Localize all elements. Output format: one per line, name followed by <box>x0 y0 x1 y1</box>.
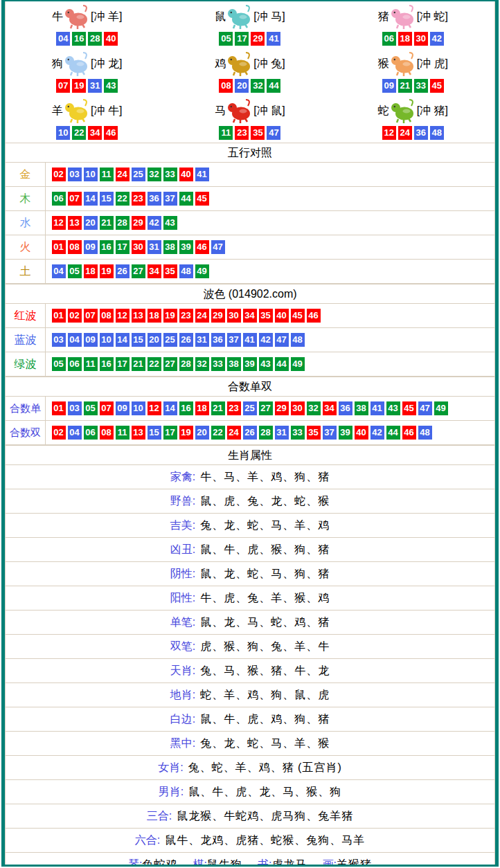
number-ball: 23 <box>235 126 249 140</box>
number-ball: 20 <box>195 426 209 440</box>
shengxiao-row-sky: 天肖:兔、马、猴、猪、牛、龙 <box>6 659 494 683</box>
wuxing-numbers-earth: 04051819262734354849 <box>46 260 494 283</box>
number-ball: 10 <box>100 333 114 347</box>
number-ball: 33 <box>414 79 428 93</box>
number-ball: 40 <box>275 309 289 323</box>
number-ball: 15 <box>148 426 161 440</box>
number-ball: 42 <box>370 426 384 440</box>
shengxiao-label-yang: 阳性: <box>170 591 195 606</box>
zodiac-name: 鼠 <box>215 10 226 24</box>
zodiac-name: 猴 <box>378 57 389 71</box>
number-ball: 19 <box>100 264 114 278</box>
shengxiao-row-male: 男肖:鼠、牛、虎、龙、马、猴、狗 <box>6 780 494 804</box>
number-ball: 20 <box>84 216 98 230</box>
number-ball: 05 <box>219 32 233 46</box>
number-ball: 46 <box>195 240 209 254</box>
number-ball: 19 <box>72 79 86 93</box>
zodiac-numbers: 12243648 <box>332 126 494 143</box>
shengxiao-value-single-stroke: 鼠、龙、马、蛇、鸡、猪 <box>200 615 330 630</box>
wuxing-numbers-fire: 0108091617303138394647 <box>46 235 494 259</box>
number-ball: 15 <box>100 192 114 206</box>
number-ball: 35 <box>251 126 265 140</box>
shengxiao-row-yin: 阴性:鼠、龙、蛇、马、狗、猪 <box>6 562 494 586</box>
number-ball: 49 <box>195 264 209 278</box>
number-ball: 39 <box>339 426 352 440</box>
section-header-heshu: 合数单双 <box>6 377 494 397</box>
zodiac-numbers: 09213345 <box>332 79 494 96</box>
number-ball: 11 <box>116 426 130 440</box>
zodiac-clash: [冲 龙] <box>91 57 122 71</box>
footer-label-hua: 画: <box>322 858 336 865</box>
number-ball: 03 <box>68 401 82 415</box>
shengxiao-row-ugly: 凶丑:鼠、牛、虎、猴、狗、猪 <box>6 538 494 562</box>
number-ball: 33 <box>291 426 305 440</box>
shengxiao-value-six-harmony: 鼠牛、龙鸡、虎猪、蛇猴、兔狗、马羊 <box>165 833 365 848</box>
number-ball: 02 <box>52 426 66 440</box>
shengxiao-value-male: 鼠、牛、虎、龙、马、猴、狗 <box>188 785 341 799</box>
zodiac-title-ox: 牛[冲 羊] <box>6 1 168 32</box>
shengxiao-row-beast: 野兽:鼠、虎、兔、龙、蛇、猴 <box>6 489 494 514</box>
number-ball: 28 <box>179 357 193 371</box>
number-ball: 23 <box>132 192 145 206</box>
number-ball: 37 <box>163 192 177 206</box>
zodiac-cell-rooster: 鸡[冲 兔]08203244 <box>168 48 331 96</box>
number-ball: 09 <box>116 401 130 415</box>
number-ball: 01 <box>52 401 66 415</box>
number-ball: 21 <box>100 216 114 230</box>
page-content: 牛[冲 羊]04162840鼠[冲 马]05172941猪[冲 蛇]061830… <box>5 1 495 865</box>
number-ball: 38 <box>163 240 177 254</box>
heshu-label-sum-even: 合数双 <box>6 421 46 444</box>
zodiac-name: 猪 <box>378 10 389 24</box>
number-ball: 48 <box>430 126 444 140</box>
wuxing-label-earth: 土 <box>6 260 46 283</box>
number-ball: 38 <box>227 357 241 371</box>
wuxing-numbers-wood: 06071415222336374445 <box>46 187 494 210</box>
heshu-numbers-sum-odd: 0103050709101214161821232527293032343638… <box>46 397 494 420</box>
zodiac-numbers: 05172941 <box>168 32 331 48</box>
number-ball: 10 <box>132 401 145 415</box>
number-ball: 13 <box>132 426 145 440</box>
number-ball: 16 <box>100 240 114 254</box>
zodiac-clash: [冲 虎] <box>417 57 448 71</box>
footer-pair-qin: 琴:兔蛇鸡 <box>128 858 177 865</box>
number-ball: 23 <box>179 309 193 323</box>
zodiac-title-monkey: 猴[冲 虎] <box>332 48 494 79</box>
zodiac-clash: [冲 羊] <box>91 10 122 24</box>
footer-value-qi: 鼠牛狗 <box>207 858 242 865</box>
number-ball: 18 <box>398 32 412 46</box>
number-ball: 01 <box>52 309 66 323</box>
number-ball: 08 <box>219 79 233 93</box>
number-ball: 47 <box>267 126 280 140</box>
number-ball: 13 <box>68 216 82 230</box>
zodiac-title-snake: 蛇[冲 猪] <box>332 96 494 126</box>
shengxiao-list: 家禽:牛、马、羊、鸡、狗、猪野兽:鼠、虎、兔、龙、蛇、猴吉美:兔、龙、蛇、马、羊… <box>6 465 494 865</box>
number-ball: 28 <box>88 32 102 46</box>
bose-numbers-green-wave: 05061116172122272832333839434449 <box>46 352 494 376</box>
zodiac-name: 鸡 <box>215 57 226 71</box>
number-ball: 47 <box>418 401 432 415</box>
section-header-bose: 波色 (014902.com) <box>6 284 494 304</box>
number-ball: 31 <box>195 333 209 347</box>
shengxiao-label-six-harmony: 六合: <box>135 833 160 848</box>
zodiac-title-horse: 马[冲 鼠] <box>168 96 331 126</box>
number-ball: 08 <box>100 309 114 323</box>
wuxing-row-gold: 金02031011242532334041 <box>6 163 494 187</box>
number-ball: 42 <box>430 32 444 46</box>
number-ball: 45 <box>430 79 444 93</box>
shengxiao-row-fowl: 家禽:牛、马、羊、鸡、狗、猪 <box>6 465 494 489</box>
shengxiao-row-white-edge: 白边:鼠、牛、虎、鸡、狗、猪 <box>6 707 494 732</box>
number-ball: 25 <box>243 401 257 415</box>
shengxiao-value-black-middle: 兔、龙、蛇、马、羊、猴 <box>200 736 330 751</box>
number-ball: 27 <box>259 401 273 415</box>
number-ball: 09 <box>84 333 98 347</box>
zodiac-cell-ox: 牛[冲 羊]04162840 <box>6 1 168 48</box>
number-ball: 29 <box>251 32 265 46</box>
number-ball: 02 <box>52 168 66 181</box>
number-ball: 09 <box>84 240 98 254</box>
number-ball: 09 <box>382 79 396 93</box>
zodiac-clash: [冲 蛇] <box>417 10 448 24</box>
number-ball: 11 <box>84 357 98 371</box>
rat-icon <box>226 4 253 29</box>
wuxing-row-fire: 火0108091617303138394647 <box>6 235 494 260</box>
number-ball: 17 <box>116 240 130 254</box>
